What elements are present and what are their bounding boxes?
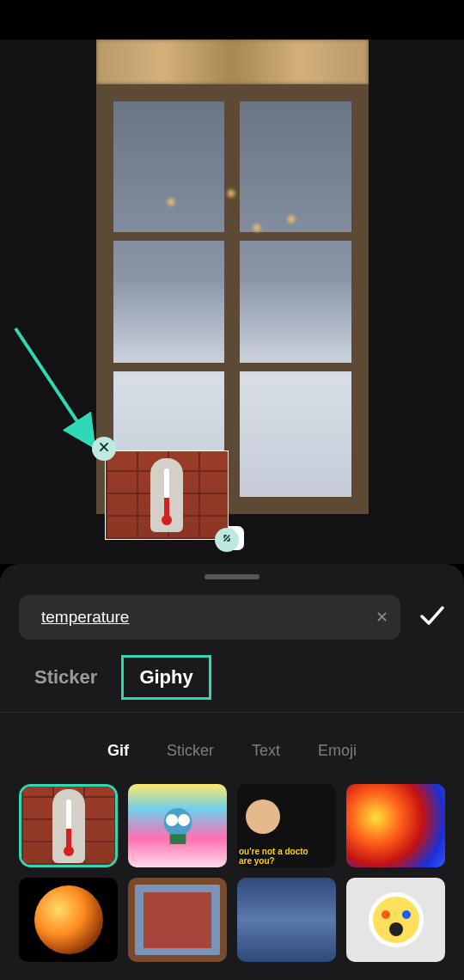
giphy-category-tabs: Gif Sticker Text Emoji xyxy=(0,713,464,784)
gif-result-3[interactable]: ou're not a docto are you? xyxy=(237,784,336,867)
resize-icon xyxy=(221,532,233,548)
gif-caption-line1: ou're not a docto xyxy=(239,847,308,856)
search-input[interactable]: temperature ✕ xyxy=(19,595,400,640)
clear-search-button[interactable]: ✕ xyxy=(375,608,388,627)
resize-sticker-handle[interactable] xyxy=(215,528,239,552)
panel-drag-handle[interactable] xyxy=(205,574,259,579)
annotation-arrow xyxy=(10,323,105,452)
delete-sticker-button[interactable] xyxy=(92,437,116,461)
gif-result-1[interactable] xyxy=(19,784,118,867)
svg-point-3 xyxy=(166,814,178,826)
gif-result-8[interactable] xyxy=(346,878,445,961)
svg-rect-5 xyxy=(169,834,186,844)
subtab-emoji[interactable]: Emoji xyxy=(318,742,357,760)
svg-line-0 xyxy=(15,328,92,444)
window-frame xyxy=(96,84,369,514)
clear-icon: ✕ xyxy=(375,609,388,626)
svg-point-4 xyxy=(178,814,190,826)
subtab-text[interactable]: Text xyxy=(252,742,280,760)
gif-results-grid: ou're not a docto are you? xyxy=(0,784,464,962)
placed-sticker[interactable] xyxy=(105,450,229,540)
gif-result-7[interactable] xyxy=(237,878,336,961)
subtab-gif[interactable]: Gif xyxy=(107,742,129,760)
search-query-text: temperature xyxy=(41,608,365,627)
video-preview-area xyxy=(0,40,464,564)
confirm-button[interactable] xyxy=(419,605,445,629)
gif-result-6[interactable] xyxy=(128,878,227,961)
gif-result-5[interactable] xyxy=(19,878,118,961)
subtab-sticker[interactable]: Sticker xyxy=(167,742,214,760)
video-canvas[interactable] xyxy=(96,40,369,514)
tab-giphy[interactable]: Giphy xyxy=(121,655,211,700)
gif-caption-line2: are you? xyxy=(239,856,275,866)
source-tabs: Sticker Giphy xyxy=(0,640,464,713)
tab-sticker[interactable]: Sticker xyxy=(19,658,113,697)
gif-result-4[interactable] xyxy=(346,784,445,867)
gif-result-2[interactable] xyxy=(128,784,227,867)
status-bar-area xyxy=(0,0,464,40)
checkmark-icon xyxy=(419,614,445,628)
close-icon xyxy=(98,441,110,456)
sticker-panel: temperature ✕ Sticker Giphy Gif Sticker … xyxy=(0,564,464,980)
thermometer-graphic xyxy=(150,458,183,532)
tinsel-decoration xyxy=(96,40,369,84)
